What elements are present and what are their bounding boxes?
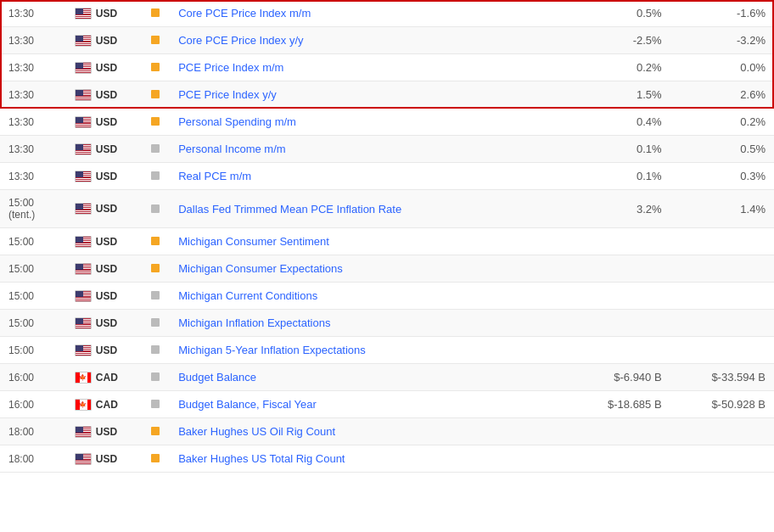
flag-us — [75, 290, 92, 302]
event-name[interactable]: Michigan 5-Year Inflation Expectations — [170, 337, 566, 364]
event-name[interactable]: Dallas Fed Trimmed Mean PCE Inflation Ra… — [170, 190, 566, 228]
event-currency: USD — [66, 310, 142, 337]
table-row[interactable]: 16:00CADBudget Balance$-6.940 B$-33.594 … — [0, 364, 774, 391]
table-row[interactable]: 13:30USDPersonal Spending m/m0.4%0.2% — [0, 109, 774, 136]
event-impact — [142, 255, 170, 283]
table-row[interactable]: 18:00USDBaker Hughes US Oil Rig Count — [0, 418, 774, 445]
medium-impact-indicator — [151, 318, 160, 327]
event-name[interactable]: PCE Price Index m/m — [170, 54, 566, 81]
event-impact — [142, 81, 170, 109]
event-currency: USD — [66, 190, 142, 228]
currency-code: USD — [96, 344, 117, 356]
event-impact — [142, 109, 170, 136]
event-actual: 0.1% — [566, 136, 670, 163]
table-row[interactable]: 16:00CADBudget Balance, Fiscal Year$-18.… — [0, 391, 774, 418]
event-forecast: 0.2% — [670, 109, 774, 136]
flag-us — [75, 236, 92, 248]
event-name[interactable]: Core PCE Price Index y/y — [170, 27, 566, 54]
medium-impact-indicator — [151, 171, 160, 180]
flag-us — [75, 203, 92, 215]
event-name[interactable]: Real PCE m/m — [170, 163, 566, 190]
flag-us — [75, 317, 92, 329]
event-impact — [142, 391, 170, 418]
currency-code: USD — [96, 290, 117, 302]
event-currency: USD — [66, 81, 142, 109]
event-forecast — [670, 418, 774, 445]
event-name[interactable]: Budget Balance, Fiscal Year — [170, 391, 566, 418]
table-row[interactable]: 13:30USDReal PCE m/m0.1%0.3% — [0, 163, 774, 190]
event-forecast: 2.6% — [670, 81, 774, 109]
table-row[interactable]: 13:30USDPCE Price Index m/m0.2%0.0% — [0, 54, 774, 81]
event-forecast: $-33.594 B — [670, 364, 774, 391]
high-impact-indicator — [151, 427, 160, 435]
event-time: 13:30 — [0, 27, 66, 54]
event-actual — [566, 418, 670, 445]
event-currency: USD — [66, 136, 142, 163]
event-name[interactable]: Michigan Current Conditions — [170, 283, 566, 310]
event-time: 18:00 — [0, 445, 66, 473]
event-actual — [566, 228, 670, 255]
high-impact-indicator — [151, 237, 160, 245]
event-name[interactable]: Baker Hughes US Oil Rig Count — [170, 418, 566, 445]
event-name[interactable]: Baker Hughes US Total Rig Count — [170, 445, 566, 473]
table-row[interactable]: 13:30USDPersonal Income m/m0.1%0.5% — [0, 136, 774, 163]
event-name[interactable]: Personal Spending m/m — [170, 109, 566, 136]
event-name[interactable]: Budget Balance — [170, 364, 566, 391]
event-currency: USD — [66, 445, 142, 473]
event-currency: USD — [66, 163, 142, 190]
event-actual: $-18.685 B — [566, 391, 670, 418]
event-name[interactable]: Personal Income m/m — [170, 136, 566, 163]
event-time: 15:00 — [0, 310, 66, 337]
high-impact-indicator — [151, 63, 160, 71]
table-row[interactable]: 15:00 (tent.)USDDallas Fed Trimmed Mean … — [0, 190, 774, 228]
event-name[interactable]: Michigan Consumer Expectations — [170, 255, 566, 283]
table-row[interactable]: 15:00USDMichigan Inflation Expectations — [0, 310, 774, 337]
currency-code: USD — [96, 143, 117, 155]
event-time: 15:00 — [0, 228, 66, 255]
currency-code: USD — [96, 35, 117, 47]
currency-code: USD — [96, 8, 117, 20]
table-row[interactable]: 18:00USDBaker Hughes US Total Rig Count — [0, 445, 774, 473]
event-impact — [142, 445, 170, 473]
flag-us — [75, 453, 92, 465]
event-actual: $-6.940 B — [566, 364, 670, 391]
event-forecast: 0.3% — [670, 163, 774, 190]
event-time: 13:30 — [0, 109, 66, 136]
flag-us — [75, 89, 92, 101]
event-actual — [566, 310, 670, 337]
event-name[interactable]: Core PCE Price Index m/m — [170, 0, 566, 27]
table-row[interactable]: 13:30USDPCE Price Index y/y1.5%2.6% — [0, 81, 774, 109]
flag-ca — [75, 399, 92, 411]
event-forecast — [670, 445, 774, 473]
table-row[interactable]: 13:30USDCore PCE Price Index m/m0.5%-1.6… — [0, 0, 774, 27]
table-row[interactable]: 13:30USDCore PCE Price Index y/y-2.5%-3.… — [0, 27, 774, 54]
event-name[interactable]: Michigan Inflation Expectations — [170, 310, 566, 337]
high-impact-indicator — [151, 454, 160, 462]
event-currency: USD — [66, 0, 142, 27]
event-currency: CAD — [66, 364, 142, 391]
event-time: 15:00 — [0, 283, 66, 310]
table-row[interactable]: 15:00USDMichigan Consumer Sentiment — [0, 228, 774, 255]
event-name[interactable]: PCE Price Index y/y — [170, 81, 566, 109]
event-name[interactable]: Michigan Consumer Sentiment — [170, 228, 566, 255]
event-currency: USD — [66, 27, 142, 54]
table-row[interactable]: 15:00USDMichigan Current Conditions — [0, 283, 774, 310]
event-time: 16:00 — [0, 364, 66, 391]
event-impact — [142, 190, 170, 228]
event-actual: -2.5% — [566, 27, 670, 54]
event-impact — [142, 0, 170, 27]
medium-impact-indicator — [151, 400, 160, 408]
event-actual: 0.5% — [566, 0, 670, 27]
currency-code: USD — [96, 236, 117, 248]
event-forecast: 0.5% — [670, 136, 774, 163]
table-row[interactable]: 15:00USDMichigan Consumer Expectations — [0, 255, 774, 283]
table-row[interactable]: 15:00USDMichigan 5-Year Inflation Expect… — [0, 337, 774, 364]
event-impact — [142, 364, 170, 391]
currency-code: USD — [96, 263, 117, 275]
event-time: 13:30 — [0, 163, 66, 190]
currency-code: CAD — [96, 399, 118, 411]
event-currency: USD — [66, 418, 142, 445]
event-time: 15:00 (tent.) — [0, 190, 66, 228]
event-impact — [142, 310, 170, 337]
event-actual — [566, 445, 670, 473]
